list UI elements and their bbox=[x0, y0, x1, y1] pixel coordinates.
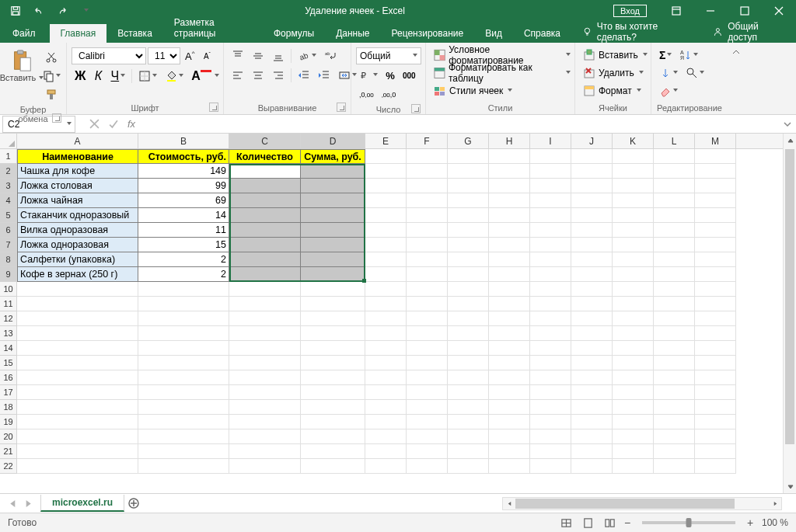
cell[interactable]: Кофе в зернах (250 г) bbox=[17, 267, 138, 282]
cell[interactable] bbox=[654, 326, 695, 341]
tab-home[interactable]: Главная bbox=[50, 24, 107, 43]
collapse-ribbon-icon[interactable] bbox=[731, 46, 741, 60]
cell[interactable] bbox=[365, 356, 407, 370]
cell[interactable] bbox=[695, 311, 736, 326]
ribbon-display-icon[interactable] bbox=[659, 0, 693, 22]
cell[interactable] bbox=[301, 415, 365, 429]
format-cells-button[interactable]: Формат bbox=[580, 82, 651, 99]
cell[interactable] bbox=[571, 459, 613, 474]
cell[interactable] bbox=[229, 238, 301, 252]
cell[interactable] bbox=[530, 223, 571, 238]
col-header-G[interactable]: G bbox=[448, 134, 489, 148]
cell[interactable] bbox=[407, 444, 448, 459]
close-icon[interactable] bbox=[762, 0, 796, 22]
cell[interactable]: 149 bbox=[138, 164, 229, 179]
format-painter-button[interactable] bbox=[39, 86, 64, 103]
fill-button[interactable] bbox=[656, 64, 681, 82]
enter-formula-icon[interactable] bbox=[103, 116, 122, 133]
cell[interactable] bbox=[448, 311, 489, 326]
col-header-E[interactable]: E bbox=[365, 134, 407, 148]
row-header-21[interactable]: 21 bbox=[0, 444, 17, 459]
cell[interactable] bbox=[654, 267, 695, 282]
cell[interactable]: Чашка для кофе bbox=[17, 164, 138, 179]
cell[interactable] bbox=[407, 459, 448, 474]
normal-view-icon[interactable] bbox=[555, 514, 577, 531]
cell[interactable] bbox=[530, 459, 571, 474]
cell[interactable] bbox=[407, 326, 448, 341]
cell[interactable] bbox=[654, 282, 695, 297]
cell[interactable] bbox=[138, 311, 229, 326]
cell[interactable] bbox=[17, 429, 138, 444]
cell[interactable]: Наименование bbox=[17, 149, 138, 164]
formula-input[interactable] bbox=[141, 116, 779, 133]
format-as-table-button[interactable]: Форматировать как таблицу bbox=[431, 64, 574, 82]
cell[interactable] bbox=[407, 179, 448, 193]
cell[interactable] bbox=[229, 282, 301, 297]
cell[interactable] bbox=[365, 444, 407, 459]
cell[interactable] bbox=[489, 341, 530, 356]
cell[interactable] bbox=[654, 208, 695, 223]
cell[interactable] bbox=[571, 341, 613, 356]
row-header-8[interactable]: 8 bbox=[0, 252, 17, 267]
cell[interactable] bbox=[407, 385, 448, 400]
zoom-out-button[interactable]: − bbox=[620, 516, 634, 529]
row-header-16[interactable]: 16 bbox=[0, 370, 17, 385]
cell[interactable] bbox=[365, 459, 407, 474]
cell[interactable] bbox=[654, 238, 695, 252]
tell-me-search[interactable]: Что вы хотите сделать? bbox=[571, 21, 702, 43]
decrease-indent-button[interactable] bbox=[295, 67, 313, 84]
cell[interactable] bbox=[613, 415, 654, 429]
cell[interactable] bbox=[365, 311, 407, 326]
cell[interactable] bbox=[229, 459, 301, 474]
cell[interactable] bbox=[489, 459, 530, 474]
cell[interactable] bbox=[613, 385, 654, 400]
cell[interactable] bbox=[407, 238, 448, 252]
cell[interactable] bbox=[448, 208, 489, 223]
wrap-text-button[interactable]: ab bbox=[321, 47, 340, 64]
cell[interactable] bbox=[365, 208, 407, 223]
tab-review[interactable]: Рецензирование bbox=[381, 24, 475, 43]
cell[interactable] bbox=[613, 429, 654, 444]
cell[interactable] bbox=[695, 282, 736, 297]
cell[interactable] bbox=[229, 429, 301, 444]
cell[interactable] bbox=[229, 252, 301, 267]
cell[interactable] bbox=[489, 297, 530, 311]
cell[interactable] bbox=[489, 385, 530, 400]
cell[interactable] bbox=[654, 385, 695, 400]
cell[interactable]: 14 bbox=[138, 208, 229, 223]
qat-customize-icon[interactable] bbox=[75, 2, 96, 20]
cell[interactable] bbox=[448, 149, 489, 164]
col-header-K[interactable]: K bbox=[613, 134, 654, 148]
cell[interactable] bbox=[448, 326, 489, 341]
cell[interactable] bbox=[613, 267, 654, 282]
cell[interactable] bbox=[695, 459, 736, 474]
row-header-20[interactable]: 20 bbox=[0, 429, 17, 444]
cell[interactable] bbox=[695, 356, 736, 370]
cell[interactable] bbox=[17, 311, 138, 326]
cell[interactable] bbox=[530, 415, 571, 429]
cell[interactable] bbox=[530, 341, 571, 356]
tab-help[interactable]: Справка bbox=[513, 24, 571, 43]
row-header-17[interactable]: 17 bbox=[0, 385, 17, 400]
cell[interactable] bbox=[571, 429, 613, 444]
cell[interactable] bbox=[695, 415, 736, 429]
cell[interactable] bbox=[613, 193, 654, 208]
cell[interactable] bbox=[301, 252, 365, 267]
cell[interactable]: Стоимость, руб. bbox=[138, 149, 229, 164]
col-header-I[interactable]: I bbox=[530, 134, 571, 148]
cell[interactable] bbox=[365, 179, 407, 193]
cell[interactable] bbox=[407, 252, 448, 267]
row-header-5[interactable]: 5 bbox=[0, 208, 17, 223]
row-header-7[interactable]: 7 bbox=[0, 238, 17, 252]
row-header-11[interactable]: 11 bbox=[0, 297, 17, 311]
cell[interactable] bbox=[17, 297, 138, 311]
font-launcher[interactable] bbox=[209, 103, 218, 112]
cell[interactable] bbox=[448, 341, 489, 356]
cell[interactable] bbox=[571, 415, 613, 429]
orientation-button[interactable]: ab bbox=[295, 47, 319, 64]
insert-cells-button[interactable]: Вставить bbox=[580, 47, 651, 64]
cell[interactable] bbox=[448, 385, 489, 400]
scroll-down-icon[interactable] bbox=[784, 480, 796, 493]
cell[interactable] bbox=[365, 341, 407, 356]
cell[interactable] bbox=[571, 238, 613, 252]
